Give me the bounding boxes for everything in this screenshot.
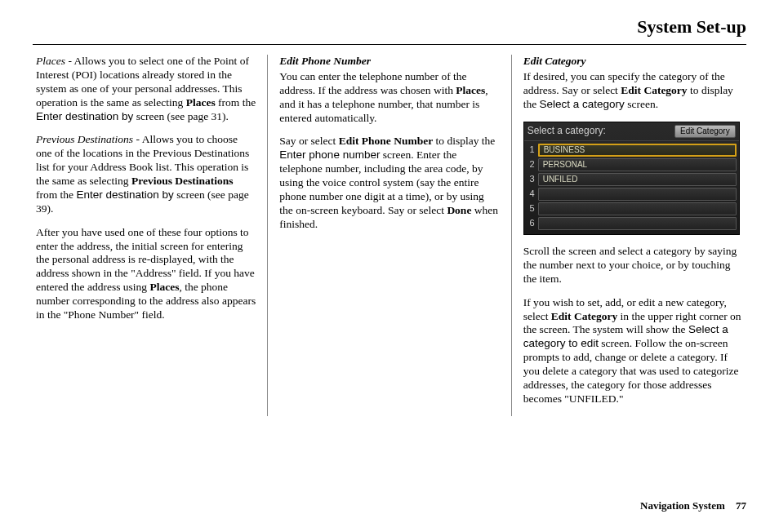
- c1-p3: After you have used one of these four op…: [36, 226, 256, 322]
- content-columns: Places - Allows you to select one of the…: [33, 55, 746, 416]
- footer-label: Navigation System: [640, 499, 725, 512]
- enter-dest-ui: Enter destination by: [36, 110, 133, 122]
- edit-category-heading: Edit Category: [523, 55, 743, 69]
- category-row[interactable]: 5: [527, 202, 737, 215]
- row-num: 3: [527, 174, 538, 185]
- category-row[interactable]: 1BUSINESS: [527, 144, 737, 157]
- prev-dest-bold: Previous Destinations: [131, 175, 234, 187]
- row-num: 1: [527, 144, 538, 156]
- c3-p1: If desired, you can specify the category…: [523, 70, 743, 112]
- row-num: 6: [527, 218, 538, 229]
- prev-dest-term: Previous Destinations: [36, 133, 133, 145]
- enter-phone-ui: Enter phone number: [279, 149, 380, 161]
- col-divider-2: [511, 55, 512, 416]
- row-cell[interactable]: UNFILED: [538, 173, 737, 186]
- c2-p2: Say or select Edit Phone Number to displ…: [279, 135, 499, 231]
- row-cell[interactable]: [538, 202, 737, 215]
- row-num: 5: [527, 203, 538, 215]
- category-row[interactable]: 6: [527, 217, 737, 230]
- edit-category-bold-2: Edit Category: [551, 310, 617, 322]
- row-cell[interactable]: BUSINESS: [538, 144, 737, 157]
- page-title: System Set-up: [33, 16, 746, 45]
- row-cell[interactable]: [538, 188, 737, 201]
- edit-phone-bold: Edit Phone Number: [339, 135, 434, 147]
- c1-p1: Places - Allows you to select one of the…: [36, 55, 256, 123]
- screenshot-title: Select a category:: [527, 125, 606, 137]
- c3-p3: If you wish to set, add, or edit a new c…: [523, 296, 743, 406]
- category-row[interactable]: 3UNFILED: [527, 173, 737, 186]
- row-num: 4: [527, 188, 538, 200]
- row-cell[interactable]: PERSONAL: [538, 158, 737, 171]
- done-bold: Done: [447, 204, 471, 216]
- page-footer: Navigation System 77: [640, 499, 746, 512]
- enter-dest-ui-2: Enter destination by: [77, 188, 174, 201]
- category-row[interactable]: 2PERSONAL: [527, 158, 737, 171]
- places-bold-3: Places: [456, 84, 485, 96]
- column-1: Places - Allows you to select one of the…: [33, 55, 259, 416]
- screenshot-header: Select a category: Edit Category: [524, 122, 739, 142]
- row-cell[interactable]: [538, 217, 737, 230]
- row-num: 2: [527, 159, 538, 171]
- category-screenshot: Select a category: Edit Category 1BUSINE…: [523, 122, 740, 236]
- col-divider-1: [267, 55, 268, 416]
- c3-p2: Scroll the screen and select a category …: [523, 245, 743, 286]
- category-row[interactable]: 4: [527, 188, 737, 201]
- places-bold: Places: [186, 96, 216, 109]
- places-bold-2: Places: [149, 281, 179, 293]
- column-3: Edit Category If desired, you can specif…: [520, 55, 746, 416]
- page-number: 77: [736, 499, 746, 512]
- category-rows: 1BUSINESS 2PERSONAL 3UNFILED 4 5 6: [524, 141, 739, 234]
- column-2: Edit Phone Number You can enter the tele…: [276, 55, 502, 416]
- places-term: Places: [36, 55, 65, 67]
- edit-category-button[interactable]: Edit Category: [674, 125, 736, 139]
- c2-p1: You can enter the telephone number of th…: [279, 70, 499, 126]
- edit-category-bold: Edit Category: [621, 84, 687, 96]
- select-category-ui: Select a category: [540, 98, 625, 110]
- c1-p2: Previous Destinations - Allows you to ch…: [36, 133, 256, 215]
- edit-phone-heading: Edit Phone Number: [279, 55, 499, 69]
